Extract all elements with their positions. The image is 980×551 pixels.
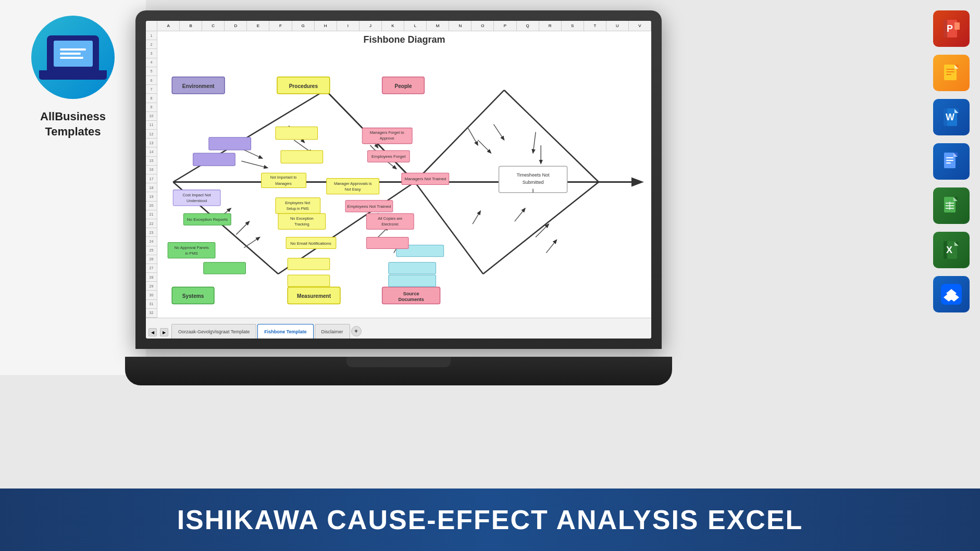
svg-text:Source: Source <box>403 291 419 296</box>
svg-rect-95 <box>366 237 408 248</box>
svg-text:X: X <box>946 245 952 255</box>
google-docs-icon[interactable] <box>933 143 970 180</box>
col-h: H <box>315 21 337 31</box>
svg-rect-103 <box>946 71 954 72</box>
col-f: F <box>269 21 292 31</box>
svg-text:W: W <box>946 112 954 122</box>
svg-text:No Exception Reports: No Exception Reports <box>187 217 228 222</box>
svg-line-33 <box>546 240 556 253</box>
svg-line-19 <box>467 127 478 145</box>
svg-text:Systems: Systems <box>182 293 204 299</box>
svg-text:Not Important to: Not Important to <box>270 176 297 180</box>
tab-fishbone[interactable]: Fishbone Template <box>257 324 313 339</box>
col-q: Q <box>517 21 539 31</box>
col-a: A <box>157 21 180 31</box>
svg-rect-94 <box>389 275 436 286</box>
svg-text:Managers Not Trained: Managers Not Trained <box>405 177 446 181</box>
col-i: I <box>337 21 359 31</box>
svg-text:Procedures: Procedures <box>289 83 318 89</box>
col-g: G <box>292 21 315 31</box>
dropbox-icon[interactable] <box>933 276 970 312</box>
col-o: O <box>472 21 494 31</box>
svg-line-22 <box>533 132 536 153</box>
banner-text: ISHIKAWA CAUSE-EFFECT ANALYSIS EXCEL <box>177 504 803 535</box>
svg-text:Electronic: Electronic <box>381 222 399 227</box>
col-m: M <box>427 21 449 31</box>
svg-text:Timesheets Not: Timesheets Not <box>517 172 550 178</box>
svg-text:Manager Approvals is: Manager Approvals is <box>334 181 372 186</box>
col-c: C <box>202 21 225 31</box>
svg-text:People: People <box>394 83 412 89</box>
svg-text:Not Easy: Not Easy <box>345 187 361 192</box>
powerpoint-icon[interactable]: P <box>933 10 970 47</box>
svg-text:Submitted: Submitted <box>523 180 544 185</box>
laptop-base <box>125 357 672 385</box>
svg-rect-99 <box>954 22 960 30</box>
bottom-banner: ISHIKAWA CAUSE-EFFECT ANALYSIS EXCEL <box>0 489 980 551</box>
svg-text:No Approval Panels: No Approval Panels <box>174 245 209 250</box>
svg-text:Cost Impact Not: Cost Impact Not <box>183 193 212 197</box>
brand-name: AllBusiness Templates <box>40 109 106 139</box>
svg-rect-61 <box>276 198 320 214</box>
laptop-screen: A B C D E F G H I J K L M N O <box>146 21 651 339</box>
svg-text:P: P <box>947 23 953 34</box>
svg-text:Environment: Environment <box>182 83 215 89</box>
row-numbers: 1 2 3 4 5 6 7 8 9 10 11 12 13 14 15 16 1 <box>146 31 157 318</box>
svg-rect-57 <box>281 151 323 163</box>
svg-rect-114 <box>946 157 953 158</box>
row-num-header <box>146 21 157 31</box>
svg-text:Approve: Approve <box>380 136 394 141</box>
svg-text:Employees Not: Employees Not <box>285 201 310 205</box>
col-p: P <box>494 21 516 31</box>
col-t: T <box>584 21 606 31</box>
svg-text:Measurement: Measurement <box>297 293 331 299</box>
svg-rect-56 <box>276 127 318 140</box>
excel-app-icon[interactable]: X <box>933 232 970 268</box>
col-k: K <box>382 21 404 31</box>
svg-rect-104 <box>946 74 951 75</box>
tab-add-button[interactable]: + <box>351 326 362 336</box>
svg-text:Tracking: Tracking <box>294 222 309 227</box>
svg-line-30 <box>473 211 480 224</box>
svg-rect-115 <box>946 160 953 161</box>
svg-rect-52 <box>193 153 235 166</box>
svg-text:Documents: Documents <box>398 297 424 302</box>
logo-circle <box>31 16 115 99</box>
svg-line-6 <box>415 90 504 182</box>
google-slides-icon[interactable] <box>933 55 970 91</box>
col-n: N <box>449 21 472 31</box>
column-headers: A B C D E F G H I J K L M N O <box>157 21 651 31</box>
diagram-title: Fishbone Diagram <box>157 31 651 48</box>
col-v: V <box>629 21 651 31</box>
excel-screen: A B C D E F G H I J K L M N O <box>146 21 651 339</box>
google-sheets-icon[interactable] <box>933 187 970 224</box>
tab-nav-next[interactable]: ▶ <box>160 328 168 336</box>
col-r: R <box>539 21 562 31</box>
svg-text:Understood: Understood <box>187 198 207 203</box>
fishbone-svg: Environment Procedures People Systems Me… <box>157 48 651 316</box>
svg-rect-93 <box>389 262 436 274</box>
svg-rect-102 <box>946 69 954 70</box>
svg-line-21 <box>493 124 504 140</box>
svg-text:Employees Not Trained: Employees Not Trained <box>348 204 391 209</box>
svg-line-25 <box>236 221 249 234</box>
word-icon[interactable]: W <box>933 99 970 135</box>
col-d: D <box>225 21 247 31</box>
svg-rect-88 <box>288 275 330 286</box>
col-u: U <box>606 21 629 31</box>
excel-tabs: ◀ ▶ Oorzaak-GevolgVisgraat Template Fish… <box>146 318 651 339</box>
tab-nav-prev[interactable]: ◀ <box>148 328 157 336</box>
svg-rect-87 <box>288 258 330 270</box>
tab-disclaimer[interactable]: Disclaimer <box>315 324 350 339</box>
svg-line-20 <box>478 140 491 153</box>
right-sidebar: P W <box>933 10 970 312</box>
left-sidebar: AllBusiness Templates <box>0 0 146 375</box>
col-s: S <box>562 21 584 31</box>
tab-oorzaak[interactable]: Oorzaak-GevolgVisgraat Template <box>171 324 256 339</box>
svg-text:Managers Forget to: Managers Forget to <box>370 130 404 135</box>
svg-text:in PMS: in PMS <box>185 251 197 256</box>
diagram-area: Fishbone Diagram <box>157 31 651 318</box>
svg-rect-116 <box>946 162 951 164</box>
svg-line-11 <box>483 182 599 274</box>
svg-line-31 <box>515 208 525 221</box>
